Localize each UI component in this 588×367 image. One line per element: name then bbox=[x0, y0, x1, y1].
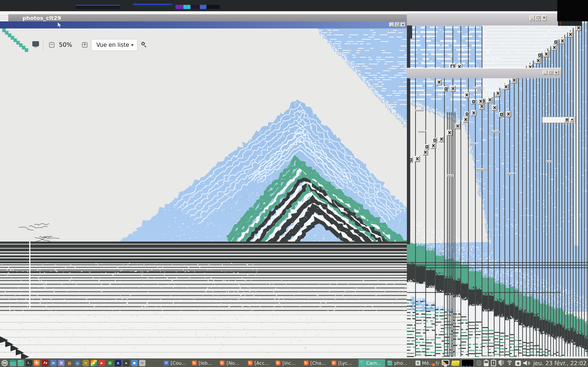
desktop: photos_clt29 _ □ × _ □ × − 50% + Vue en … bbox=[0, 0, 588, 367]
clock[interactable]: jeu. 23 févr., 22:02 bbox=[533, 360, 587, 366]
alert-dot bbox=[432, 363, 435, 366]
mail-icon: ✉ bbox=[164, 361, 169, 366]
folder-icon bbox=[359, 361, 364, 366]
toolbar-separator bbox=[43, 40, 43, 50]
launcher-area: lm $_ ↻ Fz ✉ ≡ ▦ ◎ ∿ ▲ ▶ ▥ ∩ » ● ∞ bbox=[1, 360, 146, 366]
taskbar: lm $_ ↻ Fz ✉ ≡ ▦ ◎ ∿ ▲ ▶ ▥ ∩ » ● ∞ ✉[Cou… bbox=[0, 359, 588, 367]
audio-app-icon[interactable]: ∩ bbox=[115, 360, 121, 366]
filezilla-icon[interactable]: Fz bbox=[42, 360, 48, 366]
taskbar-window-button-active[interactable]: Cam... bbox=[358, 359, 385, 367]
glitch-titlebar-copy: _ □ × bbox=[407, 13, 575, 25]
clipboard-alert-icon[interactable]: ! bbox=[491, 360, 496, 366]
window-list: ✉[Cou... ↻[leb... ↻[No... ↻[Acc... ↻[inc… bbox=[163, 359, 441, 367]
wifi-icon[interactable] bbox=[506, 360, 513, 366]
firefox-icon: ↻ bbox=[303, 361, 308, 366]
top-panel bbox=[0, 0, 588, 11]
volume-icon[interactable]: ))) bbox=[523, 361, 529, 366]
security-shield-icon[interactable] bbox=[498, 360, 504, 366]
nvidia-icon[interactable]: ◉ bbox=[515, 360, 521, 366]
mint-menu-icon[interactable]: lm bbox=[1, 360, 8, 366]
zoom-in-button[interactable]: + bbox=[82, 42, 87, 48]
close-button[interactable]: × bbox=[541, 15, 547, 21]
sticky-notes-icon[interactable] bbox=[451, 361, 459, 366]
window-controls: _ □ × bbox=[389, 23, 405, 27]
media-device-icon bbox=[415, 361, 420, 366]
calculator-icon[interactable]: ▦ bbox=[66, 360, 73, 366]
chevron-down-icon: ▼ bbox=[131, 43, 134, 47]
drop-app-icon[interactable]: ● bbox=[131, 360, 138, 366]
firefox-icon: ↻ bbox=[276, 361, 281, 366]
taskbar-window-button[interactable]: ↻[Lyc... bbox=[330, 359, 357, 367]
scanner-icon[interactable]: ▥ bbox=[107, 360, 113, 366]
text-editor-icon[interactable]: ≡ bbox=[58, 360, 65, 366]
taskbar-window-button[interactable]: ✉[Cou... bbox=[163, 359, 190, 367]
inner-window-titlebar[interactable]: _ □ × bbox=[0, 21, 407, 29]
zoom-level: 50% bbox=[59, 41, 72, 48]
minimize-button[interactable]: _ bbox=[543, 70, 548, 75]
battery-icon[interactable] bbox=[484, 360, 489, 366]
window-titlebar[interactable]: photos_clt29 bbox=[8, 14, 407, 21]
screen-ruler-icon[interactable] bbox=[442, 360, 450, 366]
firefox-icon[interactable]: ↻ bbox=[34, 360, 40, 366]
minimize-button[interactable]: _ bbox=[529, 15, 535, 21]
monitor-icon[interactable] bbox=[32, 41, 39, 46]
glitch-thumbnail bbox=[175, 5, 220, 9]
firefox-icon: ↻ bbox=[248, 361, 253, 366]
email-icon[interactable]: ✉ bbox=[50, 360, 57, 366]
shutter-icon[interactable]: » bbox=[123, 360, 130, 366]
taskbar-window-button[interactable]: ↻[Cha... bbox=[303, 359, 329, 367]
monitor-applet[interactable] bbox=[461, 359, 474, 367]
taskbar-window-button[interactable]: ↻[Acc... bbox=[247, 359, 273, 367]
file-manager-icon[interactable] bbox=[18, 360, 24, 366]
camera-icon[interactable]: ◎ bbox=[74, 360, 81, 366]
maximize-button[interactable]: □ bbox=[536, 15, 541, 21]
close-button[interactable]: × bbox=[554, 70, 559, 75]
media-player-icon[interactable]: ▶ bbox=[99, 360, 105, 366]
view-mode-value: Vue en liste bbox=[96, 42, 131, 48]
folder-icon bbox=[387, 361, 392, 366]
glitch-thumbnail bbox=[76, 5, 120, 9]
firefox-icon: ↻ bbox=[331, 361, 337, 366]
search-icon[interactable] bbox=[141, 42, 147, 48]
close-button[interactable]: × bbox=[401, 23, 406, 27]
misc-app-icon[interactable]: ∞ bbox=[139, 360, 146, 366]
taskbar-window-button[interactable]: ↻[No... bbox=[219, 359, 245, 367]
taskbar-window-button[interactable]: ↻[inc... bbox=[275, 359, 301, 367]
maximize-button[interactable]: □ bbox=[395, 23, 400, 27]
bluetooth-icon[interactable]: ᛒ bbox=[476, 360, 482, 366]
cable-icon[interactable]: ∿ bbox=[83, 360, 89, 366]
window-controls: _ □ × bbox=[543, 70, 559, 75]
terminal-icon[interactable]: $_ bbox=[26, 360, 32, 366]
glitch-artifact-canvas bbox=[0, 0, 588, 367]
window-app-icon[interactable] bbox=[10, 360, 16, 366]
color-tool-icon[interactable]: ▲ bbox=[91, 360, 97, 366]
system-tray: fr ᛒ ! ◉ ))) jeu. 23 févr., 22:02 bbox=[436, 359, 587, 367]
taskbar-window-button[interactable]: ↻[leb... bbox=[191, 359, 217, 367]
glitch-titlebar-copy-2: _ □ × bbox=[407, 68, 561, 78]
glitch-thumbnail bbox=[133, 4, 172, 7]
maximize-button[interactable]: □ bbox=[548, 70, 553, 75]
firefox-icon: ↻ bbox=[192, 361, 197, 366]
zoom-out-button[interactable]: − bbox=[49, 42, 54, 48]
minimize-button[interactable]: _ bbox=[389, 23, 394, 27]
taskbar-window-button[interactable]: pho... bbox=[386, 359, 413, 367]
glitch-taskbar-fragment bbox=[558, 21, 582, 26]
keyboard-layout-indicator[interactable]: fr bbox=[436, 360, 440, 366]
view-mode-dropdown[interactable]: Vue en liste ▼ bbox=[91, 39, 138, 51]
firefox-icon: ↻ bbox=[220, 361, 225, 366]
glitch-black-corner bbox=[557, 0, 588, 21]
window-controls: _ □ × bbox=[529, 15, 547, 21]
window-title: photos_clt29 bbox=[23, 15, 61, 21]
